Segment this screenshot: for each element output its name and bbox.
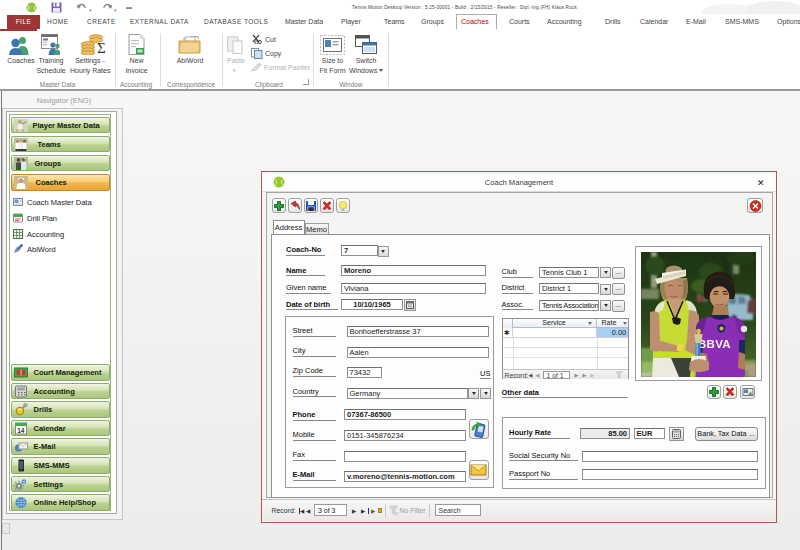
svg-text:BBVA: BBVA bbox=[698, 337, 731, 349]
svg-text:14: 14 bbox=[17, 426, 25, 433]
svg-text:Σ: Σ bbox=[97, 40, 106, 55]
